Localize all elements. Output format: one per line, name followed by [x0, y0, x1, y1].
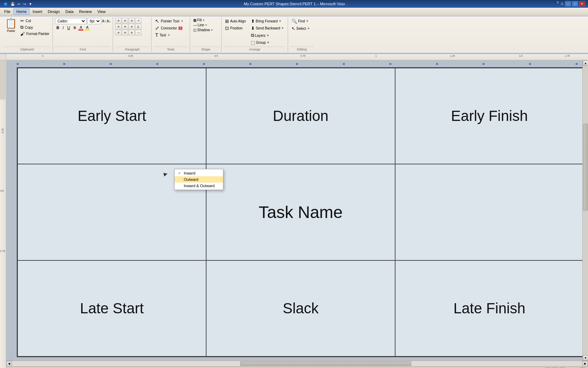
- bullets-button[interactable]: •: [135, 18, 141, 23]
- vscroll-down-button[interactable]: ▼: [583, 355, 588, 361]
- decrease-font-button[interactable]: A↓: [107, 19, 111, 23]
- ctx-item-inward-outward[interactable]: Inward & Outward: [175, 183, 223, 189]
- undo-button[interactable]: ↩: [17, 2, 21, 6]
- clipboard-secondary: ✂ Cut ⧉ Copy 🖌 Format Painter: [19, 18, 50, 37]
- customize-qat[interactable]: ▼: [28, 2, 33, 6]
- pointer-tool-arrow: ▼: [181, 20, 183, 23]
- underline-button[interactable]: U: [66, 25, 71, 30]
- save-button[interactable]: 💾: [10, 2, 15, 6]
- cell-task-name[interactable]: Task Name: [206, 164, 395, 260]
- horizontal-scrollbar[interactable]: ◀ ▶: [6, 361, 588, 366]
- window-controls: ? △ – □ ✕: [556, 1, 585, 7]
- copy-button[interactable]: ⧉ Copy: [19, 24, 50, 30]
- align-left-mid-button[interactable]: ≡: [115, 24, 121, 29]
- vscroll-up-button[interactable]: ▲: [583, 60, 588, 66]
- arrange-left: ⊞ Auto Align ⊡ Position: [224, 18, 247, 32]
- cell-duration[interactable]: Duration: [206, 68, 395, 164]
- text-label: Text: [160, 33, 166, 37]
- bring-forward-arrow: ▼: [279, 20, 281, 23]
- menu-review[interactable]: Review: [76, 9, 94, 14]
- cell-slack[interactable]: Slack: [206, 260, 395, 356]
- group-button[interactable]: ⬚ Group ▼: [250, 39, 286, 46]
- position-icon: ⊡: [225, 26, 229, 31]
- menu-design[interactable]: Design: [45, 9, 63, 14]
- redo-button[interactable]: ↪: [22, 2, 27, 6]
- find-button[interactable]: 🔍 Find ▼: [290, 18, 312, 25]
- bring-forward-button[interactable]: ⬆ Bring Forward ▼: [250, 18, 286, 25]
- cell-early-finish[interactable]: Early Finish: [395, 68, 584, 164]
- align-center-top-button[interactable]: ≡: [122, 18, 128, 23]
- maximize-button[interactable]: □: [572, 1, 578, 7]
- layers-button[interactable]: ⧉ Layers ▼: [250, 32, 286, 39]
- align-right-top-button[interactable]: ≡: [128, 18, 135, 23]
- menu-insert[interactable]: Insert: [30, 9, 45, 14]
- ribbon-toggle[interactable]: △: [560, 1, 564, 7]
- numbering-button[interactable]: 1.: [135, 24, 141, 29]
- cell-early-start[interactable]: Early Start: [18, 68, 206, 164]
- fill-button[interactable]: ▩ Fill ▼: [192, 18, 214, 22]
- menu-view[interactable]: View: [94, 9, 108, 14]
- align-right-bot-button[interactable]: ≡: [128, 30, 135, 35]
- bold-button[interactable]: B: [55, 25, 61, 30]
- cut-icon: ✂: [20, 18, 24, 23]
- vertical-scrollbar[interactable]: ▲ ▼: [582, 60, 588, 361]
- cell-late-start[interactable]: Late Start: [18, 260, 206, 356]
- select-button[interactable]: ↖ Select ▼: [290, 25, 312, 32]
- ruler-mark-025: 0.25: [128, 55, 133, 57]
- pointer-tool-button[interactable]: ↖ Pointer Tool ▼: [154, 18, 185, 24]
- cell-late-finish[interactable]: Late Finish: [395, 260, 584, 356]
- canvas[interactable]: Early Start Duration Early Finish Task N…: [6, 60, 588, 361]
- help-icon[interactable]: ?: [556, 1, 559, 7]
- line-button[interactable]: — Line ▼: [192, 23, 214, 27]
- font-name-select[interactable]: Calibri: [55, 18, 86, 24]
- paste-label: Paste: [7, 29, 15, 33]
- hscroll-right-button[interactable]: ▶: [582, 361, 588, 367]
- sel-dot-9: [390, 63, 391, 65]
- arrange-group-content: ⊞ Auto Align ⊡ Position ⬆ Bring Forward …: [224, 18, 285, 46]
- connector-button[interactable]: ⤢ Connector ✕: [154, 25, 185, 31]
- shape-group: ▩ Fill ▼ — Line ▼ ◫ Shadow ▼: [190, 17, 222, 52]
- paste-icon: 📋: [5, 19, 17, 28]
- align-center-bot-button[interactable]: ≡: [122, 30, 128, 35]
- text-highlight-button[interactable]: A: [86, 25, 89, 29]
- align-right-mid-button[interactable]: ≡: [128, 24, 135, 29]
- text-button[interactable]: T Text ▼: [154, 32, 185, 38]
- font-size-select[interactable]: 8pt: [87, 18, 101, 24]
- ctx-item-inward[interactable]: ✓ Inward: [175, 170, 223, 176]
- menu-home[interactable]: Home: [13, 8, 30, 15]
- hscroll-left-button[interactable]: ◀: [6, 361, 12, 367]
- menu-file[interactable]: File: [1, 9, 13, 14]
- layers-arrow: ▼: [267, 34, 270, 37]
- menu-data[interactable]: Data: [63, 9, 76, 14]
- ctx-label-inward-outward: Inward & Outward: [184, 184, 215, 188]
- hscroll-track[interactable]: [12, 361, 582, 366]
- shadow-button[interactable]: ◫ Shadow ▼: [192, 28, 214, 32]
- paste-button[interactable]: 📋 Paste: [4, 18, 19, 33]
- font-color-button[interactable]: A: [80, 25, 82, 29]
- italic-button[interactable]: I: [61, 25, 65, 30]
- strikethrough-button[interactable]: S: [72, 25, 77, 30]
- text-arrow: ▼: [167, 34, 170, 37]
- text-highlight-control: A: [84, 25, 90, 30]
- vscroll-thumb[interactable]: [583, 124, 588, 211]
- sel-dot-3: [110, 63, 112, 65]
- cell-mid-right[interactable]: [395, 164, 584, 260]
- position-button[interactable]: ⊡ Position: [224, 25, 247, 32]
- align-left-bot-button[interactable]: ≡: [115, 30, 121, 35]
- increase-font-button[interactable]: A↑: [102, 19, 106, 23]
- vscroll-track[interactable]: [583, 66, 588, 355]
- position-label: Position: [230, 26, 243, 30]
- align-left-top-button[interactable]: ≡: [115, 18, 121, 23]
- cut-button[interactable]: ✂ Cut: [19, 18, 50, 24]
- minimize-button[interactable]: –: [565, 1, 571, 7]
- auto-align-button[interactable]: ⊞ Auto Align: [224, 18, 247, 25]
- format-painter-button[interactable]: 🖌 Format Painter: [19, 31, 50, 37]
- paragraph-group: ≡ ≡ ≡ • ≡ ≡ ≡ 1. ≡ ≡ ≡ → Paragraph: [113, 17, 152, 52]
- sel-dot-7: [296, 63, 298, 65]
- ctx-item-outward[interactable]: Outward: [175, 176, 223, 183]
- hscroll-thumb[interactable]: [240, 361, 411, 366]
- indent-button[interactable]: →: [135, 30, 141, 35]
- send-backward-button[interactable]: ⬇ Send Backward ▼: [250, 25, 286, 32]
- align-center-mid-button[interactable]: ≡: [122, 24, 128, 29]
- close-button[interactable]: ✕: [579, 1, 585, 7]
